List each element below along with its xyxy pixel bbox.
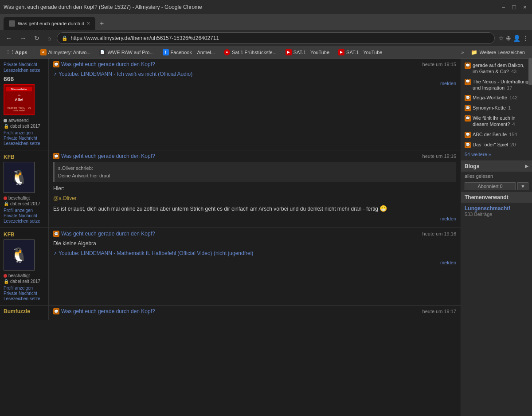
profile-button[interactable]: 👤 [513, 35, 520, 42]
post-4-title-text: Was geht euch gerade durch den Kopf? [61, 308, 155, 314]
post-2-since: 🔒dabei seit 2017 [4, 201, 45, 206]
post-2-profil-link[interactable]: Profil anzeigen [4, 208, 45, 213]
post-3-user-col: KFB 🐧 beschäftigt 🔒dabei seit 2017 Profi… [0, 228, 49, 305]
post-2-header: 💬 Was geht euch gerade durch den Kopf? h… [53, 153, 456, 159]
post-2-nachricht-link[interactable]: Private Nachricht [4, 213, 45, 218]
new-tab-button[interactable]: + [95, 17, 108, 30]
bookmark-star-button[interactable]: ☆ [498, 35, 504, 42]
rs-more-link[interactable]: 54 weitere » [461, 150, 532, 159]
post-3-content-col: 💬 Was geht euch gerade durch den Kopf? h… [49, 228, 461, 305]
post-3-icon: 💬 [53, 231, 59, 237]
main-content: Private Nachricht Lesezeichen setze 666 … [0, 59, 461, 416]
post-3-profil-link[interactable]: Profil anzeigen [4, 286, 45, 290]
rs-chevron-btn[interactable]: ▼ [517, 182, 528, 190]
rs-icon-gefuehle: 💬 [465, 115, 471, 122]
folder-icon: 📁 [471, 49, 477, 55]
post-4-header: 💬 Was geht euch gerade durch den Kopf? h… [53, 308, 456, 314]
post-4-icon: 💬 [53, 308, 59, 314]
post-1-profil-link[interactable]: Profil anzeigen [4, 130, 45, 135]
minimize-button[interactable]: − [500, 4, 507, 11]
post-3-lesezeichen-link[interactable]: Lesezeichen setze [4, 296, 45, 301]
titlebar-drag-area: Was geht euch gerade durch den Kopf? (Se… [4, 4, 500, 10]
post-1-title-link[interactable]: 💬 Was geht euch gerade durch den Kopf? [53, 61, 155, 67]
bookmarks-bar: ⋮⋮ Apps A Allmystery: Antwo... 📄 WWE RAW… [0, 46, 532, 59]
maximize-button[interactable]: □ [510, 4, 517, 11]
bookmark-wwe[interactable]: 📄 WWE RAW auf Pro... [96, 48, 157, 56]
post-1-nachricht-link[interactable]: Private Nachricht [4, 136, 45, 141]
url-text: https://www.allmystery.de/themen/uh56157… [70, 35, 219, 41]
post-2-melden[interactable]: melden [440, 216, 456, 221]
post-1-melden[interactable]: melden [440, 81, 456, 86]
rs-scrollbar[interactable] [528, 59, 532, 85]
post-1-book-bottom: Macht die PARTEI – Du sollst mehr! [6, 106, 32, 113]
rs-item-gefuehle[interactable]: 💬 Wie fühlt ihr euch in diesem Moment? 4 [461, 113, 532, 130]
bookmark-facebook[interactable]: f Facebook – Anmel... [159, 48, 219, 56]
post-4-content-col: 💬 Was geht euch gerade durch den Kopf? h… [49, 306, 461, 320]
rs-count-balkon: 43 [511, 69, 516, 74]
post-3-penguin-icon: 🐧 [10, 247, 28, 263]
menu-button[interactable]: ⋮ [522, 35, 528, 42]
post-1-lesezeichen-link[interactable]: Lesezeichen setze [4, 141, 45, 146]
rs-item-abc[interactable]: 💬 ABC der Berufe 154 [461, 130, 532, 140]
rs-icon-abc: 💬 [465, 132, 471, 138]
tab-favicon [9, 20, 15, 27]
back-button[interactable]: ← [4, 33, 14, 43]
lock-icon: 🔒 [62, 35, 68, 41]
extensions-button[interactable]: ⊕ [506, 35, 511, 42]
post-2-icon: 💬 [53, 153, 59, 159]
post-2-user-col: KFB 🐧 beschäftigt 🔒dabei seit 2017 Profi… [0, 150, 49, 228]
post-1-content-col: 💬 Was geht euch gerade durch den Kopf? h… [49, 59, 461, 150]
post-1-lesezeichen[interactable]: Lesezeichen setze [4, 68, 45, 73]
home-button[interactable]: ⌂ [45, 33, 53, 43]
bookmark-sat1-frueh[interactable]: ● Sat.1 Frühstücksfe... [220, 48, 280, 56]
rs-item-mega[interactable]: 💬 Mega-Wortkette 142 [461, 93, 532, 103]
post-2-lesezeichen-link[interactable]: Lesezeichen setze [4, 219, 45, 224]
window-controls: − □ × [500, 4, 528, 11]
rs-count-mega: 142 [509, 95, 517, 100]
rs-item-oder[interactable]: 💬 Das "oder" Spiel 20 [461, 140, 532, 150]
post-1-footer: melden [53, 81, 456, 86]
post-1-status-dot [4, 119, 7, 122]
bookmark-apps[interactable]: ⋮⋮ Apps [4, 48, 31, 56]
rs-blogs-header[interactable]: Blogs ▶ [461, 161, 532, 172]
bookmark-sat1-youtube[interactable]: ▶ SAT.1 - YouTube [282, 48, 333, 56]
rs-count-nexus: 17 [507, 85, 512, 90]
address-bar[interactable]: 🔒 https://www.allmystery.de/themen/uh561… [57, 32, 495, 44]
post-3-melden[interactable]: melden [440, 260, 456, 265]
bookmark-sat1-youtube-2[interactable]: ▶ SAT.1 - YouTube [335, 48, 386, 56]
post-3-header: 💬 Was geht euch gerade durch den Kopf? h… [53, 231, 456, 237]
post-3-youtube-link[interactable]: ↗ Youtube: LINDEMANN - Mathematik ft. Ha… [53, 249, 456, 257]
allmystery-icon: A [40, 49, 47, 55]
tab-close-button[interactable]: × [87, 20, 90, 27]
post-3-title-link[interactable]: 💬 Was geht euch gerade durch den Kopf? [53, 231, 155, 237]
bookmark-allmystery[interactable]: A Allmystery: Antwo... [37, 48, 94, 56]
browser-addressbar: ← → ↻ ⌂ 🔒 https://www.allmystery.de/them… [0, 30, 532, 46]
bookmark-folder[interactable]: 📁 Weitere Lesezeichen [467, 48, 528, 56]
post-2-quote-author: s.Oliver schrieb: [58, 165, 453, 172]
post-2-title-text: Was geht euch gerade durch den Kopf? [61, 153, 155, 159]
rs-lungen-link[interactable]: Lungenschmacht! [465, 205, 528, 212]
rs-item-synonym[interactable]: 💬 Synonym-Kette 1 [461, 103, 532, 113]
post-1-private-nachricht[interactable]: Private Nachricht [4, 62, 45, 67]
bookmark-more[interactable]: » [461, 50, 464, 55]
post-2-links: Profil anzeigen Private Nachricht Leseze… [4, 208, 45, 224]
post-4-title-link[interactable]: 💬 Was geht euch gerade durch den Kopf? [53, 308, 155, 314]
post-1-youtube-link[interactable]: ↗ Youtube: LINDEMANN - Ich weiß es nicht… [53, 70, 456, 78]
post-3-nachricht-link[interactable]: Private Nachricht [4, 291, 45, 296]
reload-button[interactable]: ↻ [32, 33, 42, 43]
rs-abonniert-btn[interactable]: Abonniert 0 [465, 182, 516, 190]
rs-count-gefuehle: 4 [512, 122, 515, 127]
rs-item-balkon[interactable]: 💬 gerade auf dem Balkon, im Garten & Co?… [461, 60, 532, 77]
tab-title: Was geht euch gerade durch d [18, 21, 84, 26]
post-2-at-user: @s.Oliver [53, 194, 456, 202]
post-1-external-icon: ↗ [53, 71, 57, 78]
apps-icon: ⋮⋮ [7, 49, 13, 55]
page-wrapper: Private Nachricht Lesezeichen setze 666 … [0, 59, 532, 416]
forward-button[interactable]: → [18, 33, 28, 43]
post-4-user-col: Bumfuzzle [0, 306, 49, 320]
browser-tab[interactable]: Was geht euch gerade durch d × [4, 17, 95, 30]
close-button[interactable]: × [521, 4, 528, 11]
rs-item-nexus[interactable]: 💬 The Nexus - Unterhaltung und Inspirati… [461, 77, 532, 93]
post-2-title-link[interactable]: 💬 Was geht euch gerade durch den Kopf? [53, 153, 155, 159]
rs-alles-gelesen[interactable]: alles gelesen [461, 172, 532, 181]
